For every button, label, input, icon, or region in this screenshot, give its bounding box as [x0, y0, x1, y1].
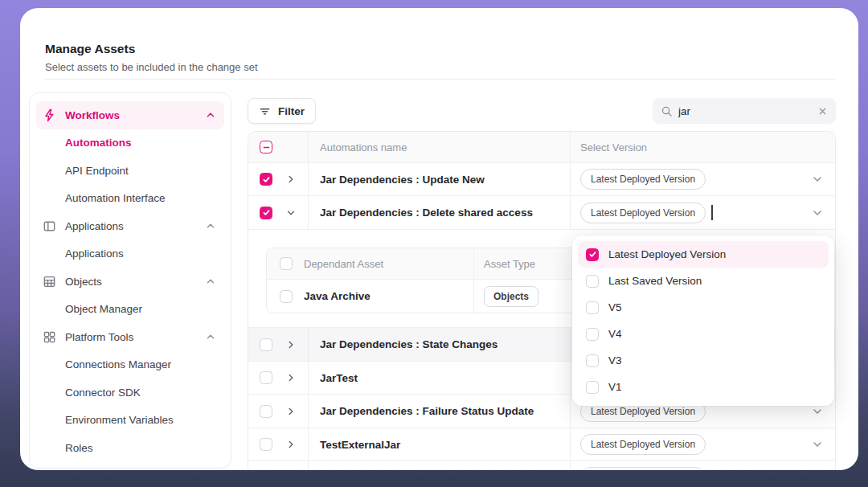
chevron-down-icon[interactable]: [811, 438, 824, 451]
search-input[interactable]: [678, 105, 812, 117]
squares-grid-icon: [43, 330, 56, 344]
option-checkbox[interactable]: [586, 248, 599, 261]
asset-type-sidebar: Workflows Automations API Endpoint Autom…: [29, 92, 231, 469]
table-header-row: Automations name Select Version: [248, 132, 835, 163]
chevron-right-icon[interactable]: [285, 406, 297, 417]
automation-name: Jar Dependencies : State Changes: [320, 338, 497, 350]
version-option[interactable]: V1: [578, 374, 829, 400]
dependant-asset-name: Java Archive: [304, 290, 371, 302]
sidebar-item-label: Roles: [65, 442, 93, 454]
lightning-icon: [43, 108, 56, 122]
chevron-down-icon[interactable]: [811, 207, 824, 219]
sidebar-item-label: Platform Tools: [65, 331, 133, 343]
window-layout-icon: [43, 219, 56, 233]
version-chip[interactable]: Latest Deployed Version: [580, 434, 706, 455]
text-cursor: [711, 205, 713, 220]
chevron-down-icon[interactable]: [811, 405, 824, 418]
sidebar-item-applications-group[interactable]: Applications: [36, 212, 224, 240]
row-checkbox[interactable]: [260, 405, 272, 418]
search-box: [653, 98, 836, 124]
row-checkbox[interactable]: [260, 371, 272, 384]
select-all-checkbox[interactable]: [260, 141, 272, 153]
version-option[interactable]: Latest Deployed Version: [578, 241, 829, 268]
option-checkbox[interactable]: [586, 301, 599, 314]
version-chip[interactable]: Latest Deployed Version: [580, 467, 706, 470]
chevron-down-icon[interactable]: [285, 207, 297, 219]
version-option[interactable]: V4: [578, 321, 829, 347]
asset-type-badge: Objects: [484, 286, 538, 307]
search-icon: [661, 105, 673, 117]
sidebar-item-label: Workflows: [65, 109, 120, 121]
chevron-up-icon[interactable]: [205, 109, 216, 121]
chevron-right-icon[interactable]: [285, 372, 297, 383]
option-checkbox[interactable]: [586, 354, 599, 367]
sidebar-item-objects-group[interactable]: Objects: [36, 268, 224, 296]
sidebar-item-label: Connections Manager: [65, 358, 171, 370]
sidebar-item-roles[interactable]: Roles: [36, 434, 224, 462]
option-checkbox[interactable]: [586, 275, 599, 288]
sidebar-item-label: Applications: [65, 220, 124, 232]
sidebar-item-label: Connector SDK: [65, 387, 141, 399]
sidebar-item-connections-manager[interactable]: Connections Manager: [36, 351, 224, 379]
sidebar-item-connector-sdk[interactable]: Connector SDK: [36, 379, 224, 407]
sidebar-item-applications[interactable]: Applications: [36, 240, 224, 268]
clear-search-icon[interactable]: [817, 106, 828, 117]
version-option[interactable]: V5: [578, 294, 829, 321]
chevron-right-icon[interactable]: [285, 339, 297, 350]
dependant-checkbox[interactable]: [280, 290, 293, 303]
filter-button[interactable]: Filter: [248, 98, 316, 124]
version-option[interactable]: Last Saved Version: [578, 268, 829, 294]
sidebar-item-label: Applications: [65, 248, 124, 260]
automation-name: TestExternalJar: [320, 439, 400, 451]
table-row: Jar Dependencies : Update New Latest Dep…: [248, 163, 835, 196]
row-checkbox[interactable]: [260, 173, 272, 186]
sidebar-item-automations[interactable]: Automations: [36, 129, 224, 158]
column-header-automations-name: Automations name: [309, 132, 570, 162]
row-checkbox[interactable]: [260, 207, 272, 219]
sidebar-item-label: Automation Interface: [65, 192, 166, 204]
chevron-down-icon[interactable]: [811, 173, 824, 186]
sidebar-item-automation-interface[interactable]: Automation Interface: [36, 185, 224, 213]
filter-icon: [259, 105, 271, 117]
chevron-up-icon[interactable]: [205, 220, 216, 231]
automation-name: Jar Dependencies : Update New: [320, 174, 485, 186]
table-row: Jar Dependencies : Delete shared access …: [248, 196, 835, 230]
sidebar-item-api-endpoint[interactable]: API Endpoint: [36, 157, 224, 185]
sidebar-item-environment-variables[interactable]: Environment Variables: [36, 407, 224, 435]
table-grid-icon: [43, 275, 56, 289]
version-option-label: V3: [608, 354, 622, 366]
sidebar-item-label: Object Manager: [65, 303, 142, 315]
sidebar-item-platform-tools-group[interactable]: Platform Tools: [36, 323, 224, 351]
row-checkbox[interactable]: [260, 438, 272, 451]
table-row: TestExternalJar Latest Deployed Version: [248, 428, 835, 461]
filter-button-label: Filter: [278, 105, 305, 117]
sidebar-item-label: API Endpoint: [65, 165, 129, 177]
version-chip[interactable]: Latest Deployed Version: [580, 203, 706, 223]
version-chip[interactable]: Latest Deployed Version: [580, 169, 706, 190]
sidebar-item-label: Environment Variables: [65, 414, 174, 426]
table-row: Latest Deployed Version: [248, 461, 835, 470]
version-dropdown-menu: Latest Deployed Version Last Saved Versi…: [572, 235, 834, 406]
option-checkbox[interactable]: [586, 328, 599, 341]
version-option-label: V5: [608, 301, 622, 313]
sidebar-item-object-manager[interactable]: Object Manager: [36, 296, 224, 324]
option-checkbox[interactable]: [586, 381, 599, 394]
version-option-label: V4: [608, 328, 622, 340]
chevron-up-icon[interactable]: [205, 276, 216, 287]
version-option-label: V1: [608, 381, 622, 393]
purple-backdrop: { "dialog": { "title": "Manage Assets", …: [0, 0, 868, 487]
chevron-right-icon[interactable]: [285, 439, 297, 450]
automation-name: Jar Dependencies : Delete shared access: [320, 207, 533, 219]
row-checkbox[interactable]: [260, 338, 272, 351]
chevron-up-icon[interactable]: [205, 331, 216, 342]
column-header-select-version: Select Version: [570, 132, 835, 162]
page-title: Manage Assets: [45, 42, 135, 56]
column-header-dependant-asset: Dependant Asset: [304, 258, 383, 270]
version-option-label: Last Saved Version: [608, 275, 702, 287]
version-option[interactable]: V3: [578, 347, 829, 374]
page-subtitle: Select assets to be included in the chan…: [45, 61, 258, 73]
dependants-select-all-checkbox[interactable]: [280, 257, 293, 270]
automation-name: Jar Dependencies : Failure Status Update: [320, 405, 534, 417]
sidebar-item-workflows[interactable]: Workflows: [36, 101, 224, 129]
chevron-right-icon[interactable]: [285, 174, 297, 185]
